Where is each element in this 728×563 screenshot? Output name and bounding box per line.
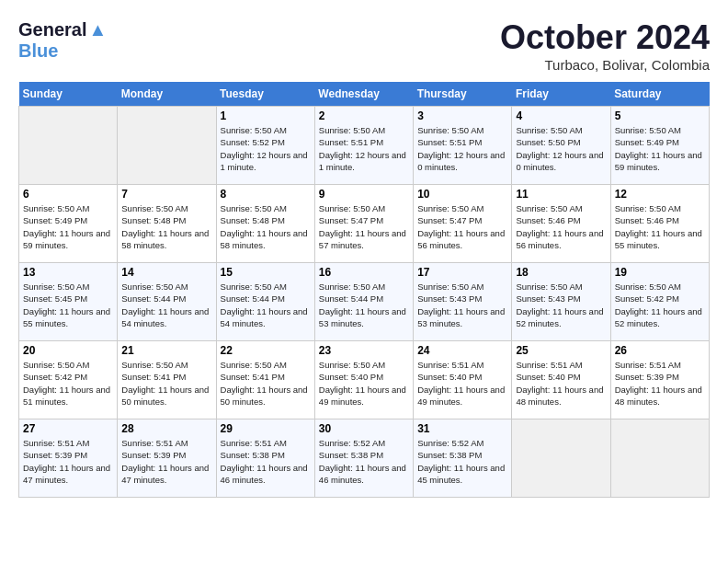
calendar-day-cell: 17Sunrise: 5:50 AM Sunset: 5:43 PM Dayli… — [414, 263, 512, 341]
day-info: Sunrise: 5:50 AM Sunset: 5:43 PM Dayligh… — [417, 281, 507, 329]
logo-text: General▲ — [18, 18, 107, 40]
day-info: Sunrise: 5:50 AM Sunset: 5:41 PM Dayligh… — [221, 359, 311, 408]
calendar-day-cell: 1Sunrise: 5:50 AM Sunset: 5:52 PM Daylig… — [216, 107, 314, 185]
day-number: 28 — [121, 422, 211, 435]
calendar-day-cell — [512, 419, 610, 498]
day-info: Sunrise: 5:51 AM Sunset: 5:39 PM Dayligh… — [121, 437, 211, 486]
day-info: Sunrise: 5:52 AM Sunset: 5:38 PM Dayligh… — [417, 437, 507, 486]
calendar-day-cell: 30Sunrise: 5:52 AM Sunset: 5:38 PM Dayli… — [314, 419, 413, 498]
calendar-day-cell: 18Sunrise: 5:50 AM Sunset: 5:43 PM Dayli… — [512, 263, 610, 341]
calendar-day-cell: 23Sunrise: 5:50 AM Sunset: 5:40 PM Dayli… — [314, 341, 413, 419]
day-number: 20 — [23, 344, 113, 357]
day-info: Sunrise: 5:52 AM Sunset: 5:38 PM Dayligh… — [319, 437, 409, 486]
calendar-day-cell: 16Sunrise: 5:50 AM Sunset: 5:44 PM Dayli… — [314, 263, 413, 341]
day-info: Sunrise: 5:51 AM Sunset: 5:38 PM Dayligh… — [221, 437, 311, 486]
day-number: 24 — [417, 344, 507, 357]
day-number: 23 — [319, 344, 409, 357]
day-info: Sunrise: 5:50 AM Sunset: 5:44 PM Dayligh… — [221, 281, 311, 329]
day-number: 2 — [319, 109, 409, 122]
calendar-day-cell: 19Sunrise: 5:50 AM Sunset: 5:42 PM Dayli… — [610, 263, 709, 341]
day-number: 25 — [516, 344, 606, 357]
logo-subtext: Blue — [18, 40, 107, 62]
calendar-week-row: 6Sunrise: 5:50 AM Sunset: 5:49 PM Daylig… — [19, 185, 710, 263]
page-header: General▲ Blue October 2024 Turbaco, Boli… — [18, 18, 710, 73]
day-info: Sunrise: 5:50 AM Sunset: 5:52 PM Dayligh… — [221, 124, 311, 173]
day-number: 22 — [221, 344, 311, 357]
calendar-day-cell: 6Sunrise: 5:50 AM Sunset: 5:49 PM Daylig… — [19, 185, 118, 263]
calendar-week-row: 13Sunrise: 5:50 AM Sunset: 5:45 PM Dayli… — [19, 263, 710, 341]
calendar-day-cell: 2Sunrise: 5:50 AM Sunset: 5:51 PM Daylig… — [314, 107, 413, 185]
calendar-day-cell: 28Sunrise: 5:51 AM Sunset: 5:39 PM Dayli… — [118, 419, 216, 498]
weekday-header-row: SundayMondayTuesdayWednesdayThursdayFrid… — [19, 82, 710, 107]
day-number: 21 — [121, 344, 211, 357]
day-info: Sunrise: 5:50 AM Sunset: 5:41 PM Dayligh… — [121, 359, 211, 408]
day-info: Sunrise: 5:50 AM Sunset: 5:49 PM Dayligh… — [23, 202, 113, 251]
day-number: 3 — [417, 109, 507, 122]
calendar-table: SundayMondayTuesdayWednesdayThursdayFrid… — [18, 82, 710, 498]
day-number: 9 — [319, 188, 409, 201]
calendar-day-cell: 26Sunrise: 5:51 AM Sunset: 5:39 PM Dayli… — [610, 341, 709, 419]
day-info: Sunrise: 5:50 AM Sunset: 5:48 PM Dayligh… — [121, 202, 211, 251]
weekday-header-cell: Friday — [512, 82, 610, 107]
day-number: 31 — [417, 422, 507, 435]
calendar-day-cell: 27Sunrise: 5:51 AM Sunset: 5:39 PM Dayli… — [19, 419, 118, 498]
day-number: 18 — [516, 266, 606, 279]
calendar-day-cell: 12Sunrise: 5:50 AM Sunset: 5:46 PM Dayli… — [610, 185, 709, 263]
calendar-day-cell — [610, 419, 709, 498]
calendar-week-row: 1Sunrise: 5:50 AM Sunset: 5:52 PM Daylig… — [19, 107, 710, 185]
day-info: Sunrise: 5:50 AM Sunset: 5:48 PM Dayligh… — [221, 202, 311, 251]
calendar-day-cell: 13Sunrise: 5:50 AM Sunset: 5:45 PM Dayli… — [19, 263, 118, 341]
day-number: 11 — [516, 188, 606, 201]
day-number: 15 — [221, 266, 311, 279]
day-number: 4 — [516, 109, 606, 122]
calendar-day-cell: 31Sunrise: 5:52 AM Sunset: 5:38 PM Dayli… — [414, 419, 512, 498]
calendar-day-cell: 20Sunrise: 5:50 AM Sunset: 5:42 PM Dayli… — [19, 341, 118, 419]
day-number: 14 — [121, 266, 211, 279]
day-number: 5 — [615, 109, 705, 122]
day-info: Sunrise: 5:50 AM Sunset: 5:42 PM Dayligh… — [615, 281, 705, 329]
day-number: 16 — [319, 266, 409, 279]
day-info: Sunrise: 5:50 AM Sunset: 5:49 PM Dayligh… — [615, 124, 705, 173]
calendar-day-cell: 3Sunrise: 5:50 AM Sunset: 5:51 PM Daylig… — [414, 107, 512, 185]
weekday-header-cell: Tuesday — [216, 82, 314, 107]
day-info: Sunrise: 5:50 AM Sunset: 5:46 PM Dayligh… — [615, 202, 705, 251]
calendar-day-cell — [118, 107, 216, 185]
calendar-week-row: 20Sunrise: 5:50 AM Sunset: 5:42 PM Dayli… — [19, 341, 710, 419]
calendar-day-cell: 10Sunrise: 5:50 AM Sunset: 5:47 PM Dayli… — [414, 185, 512, 263]
weekday-header-cell: Wednesday — [314, 82, 413, 107]
day-info: Sunrise: 5:51 AM Sunset: 5:39 PM Dayligh… — [615, 359, 705, 408]
day-info: Sunrise: 5:50 AM Sunset: 5:51 PM Dayligh… — [417, 124, 507, 173]
calendar-day-cell: 11Sunrise: 5:50 AM Sunset: 5:46 PM Dayli… — [512, 185, 610, 263]
day-info: Sunrise: 5:51 AM Sunset: 5:40 PM Dayligh… — [417, 359, 507, 408]
weekday-header-cell: Monday — [118, 82, 216, 107]
weekday-header-cell: Saturday — [610, 82, 709, 107]
day-number: 13 — [23, 266, 113, 279]
day-info: Sunrise: 5:50 AM Sunset: 5:42 PM Dayligh… — [23, 359, 113, 408]
day-info: Sunrise: 5:50 AM Sunset: 5:45 PM Dayligh… — [23, 281, 113, 329]
calendar-day-cell: 8Sunrise: 5:50 AM Sunset: 5:48 PM Daylig… — [216, 185, 314, 263]
day-info: Sunrise: 5:50 AM Sunset: 5:51 PM Dayligh… — [319, 124, 409, 173]
calendar-week-row: 27Sunrise: 5:51 AM Sunset: 5:39 PM Dayli… — [19, 419, 710, 498]
day-info: Sunrise: 5:50 AM Sunset: 5:44 PM Dayligh… — [319, 281, 409, 329]
calendar-day-cell — [19, 107, 118, 185]
month-title: October 2024 — [500, 18, 710, 57]
day-number: 8 — [221, 188, 311, 201]
calendar-day-cell: 24Sunrise: 5:51 AM Sunset: 5:40 PM Dayli… — [414, 341, 512, 419]
weekday-header-cell: Sunday — [19, 82, 118, 107]
day-info: Sunrise: 5:51 AM Sunset: 5:39 PM Dayligh… — [23, 437, 113, 486]
day-number: 19 — [615, 266, 705, 279]
day-number: 7 — [121, 188, 211, 201]
day-number: 26 — [615, 344, 705, 357]
calendar-day-cell: 22Sunrise: 5:50 AM Sunset: 5:41 PM Dayli… — [216, 341, 314, 419]
logo: General▲ Blue — [18, 18, 107, 62]
day-info: Sunrise: 5:50 AM Sunset: 5:43 PM Dayligh… — [516, 281, 606, 329]
calendar-day-cell: 25Sunrise: 5:51 AM Sunset: 5:40 PM Dayli… — [512, 341, 610, 419]
calendar-day-cell: 29Sunrise: 5:51 AM Sunset: 5:38 PM Dayli… — [216, 419, 314, 498]
day-info: Sunrise: 5:50 AM Sunset: 5:46 PM Dayligh… — [516, 202, 606, 251]
day-info: Sunrise: 5:51 AM Sunset: 5:40 PM Dayligh… — [516, 359, 606, 408]
calendar-day-cell: 14Sunrise: 5:50 AM Sunset: 5:44 PM Dayli… — [118, 263, 216, 341]
calendar-day-cell: 9Sunrise: 5:50 AM Sunset: 5:47 PM Daylig… — [314, 185, 413, 263]
title-section: October 2024 Turbaco, Bolivar, Colombia — [500, 18, 710, 73]
calendar-day-cell: 7Sunrise: 5:50 AM Sunset: 5:48 PM Daylig… — [118, 185, 216, 263]
day-number: 17 — [417, 266, 507, 279]
